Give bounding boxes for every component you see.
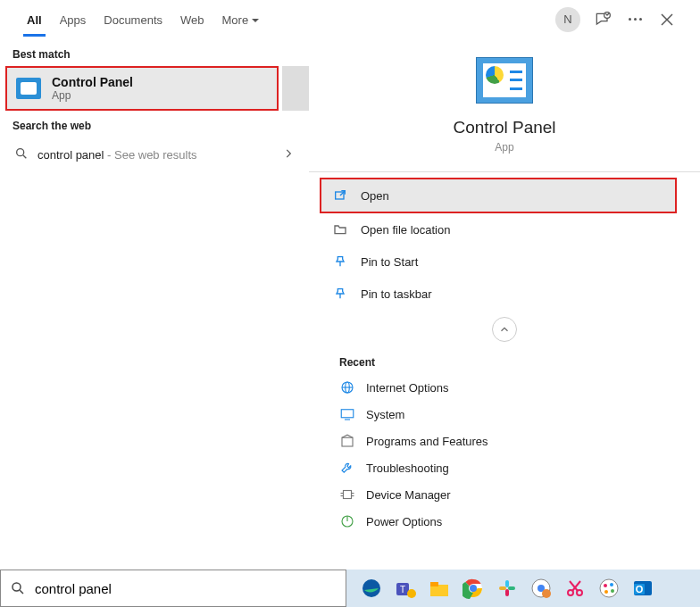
search-web-heading: Search the web [0,111,309,137]
taskbar-slack[interactable] [495,576,520,601]
best-match-result[interactable]: Control Panel App [5,66,279,111]
action-open[interactable]: Open [320,178,677,213]
user-avatar[interactable]: N [555,7,580,32]
web-search-result[interactable]: control panel - See web results [0,137,309,172]
taskbar-outlook[interactable]: O [630,576,655,601]
globe-icon [339,379,355,395]
tab-all[interactable]: All [18,3,51,36]
search-icon [14,146,29,163]
folder-icon [332,221,348,237]
recent-power-options[interactable]: Power Options [321,508,688,535]
svg-point-26 [407,589,416,598]
svg-point-45 [611,589,614,593]
taskbar-file-explorer[interactable] [427,576,452,601]
chevron-down-icon [252,19,259,26]
preview-subtitle: App [321,141,688,154]
power-icon [339,513,355,529]
tab-apps[interactable]: Apps [51,3,96,36]
preview-panel: Control Panel App Open Open file locatio… [309,39,700,570]
svg-rect-14 [344,491,352,499]
svg-rect-32 [499,586,506,590]
feedback-icon[interactable] [593,10,612,29]
results-panel: Best match Control Panel App Search the … [0,39,309,570]
taskbar-edge[interactable] [359,576,384,601]
close-button[interactable] [657,10,677,29]
wrench-icon [339,460,355,476]
recent-item-label: Internet Options [366,381,449,395]
action-open-label: Open [361,189,389,203]
svg-rect-28 [430,582,438,586]
action-open-file-location[interactable]: Open file location [321,213,688,245]
chevron-right-icon [282,147,295,162]
svg-point-42 [600,579,618,597]
best-match-title: Control Panel [52,75,133,89]
best-match-subtitle: App [52,89,133,102]
chip-icon [339,486,355,503]
tab-documents[interactable]: Documents [95,3,171,36]
svg-text:T: T [400,585,405,595]
recent-internet-options[interactable]: Internet Options [321,374,688,401]
search-input[interactable] [35,570,337,606]
box-icon [339,433,355,449]
best-match-heading: Best match [0,39,309,66]
preview-title: Control Panel [321,118,688,137]
search-icon [10,580,26,596]
action-pin-start[interactable]: Pin to Start [321,245,688,278]
svg-rect-31 [505,580,509,587]
taskbar-chrome-profile[interactable] [529,576,554,601]
svg-line-22 [20,590,23,594]
svg-point-43 [604,584,607,587]
search-box[interactable] [0,570,346,607]
bottom-bar: T O [0,570,700,607]
recent-device-manager[interactable]: Device Manager [321,481,688,508]
svg-rect-34 [508,586,515,590]
svg-point-23 [362,579,380,597]
recent-heading: Recent [321,345,688,374]
filter-tabs: All Apps Documents Web More N [0,0,700,39]
recent-programs-features[interactable]: Programs and Features [321,428,688,454]
svg-rect-11 [341,410,354,418]
more-options-icon[interactable] [625,10,645,29]
divider [309,171,700,172]
svg-point-37 [542,589,551,598]
svg-point-44 [610,583,613,586]
svg-rect-13 [342,437,353,446]
action-pin-taskbar-label: Pin to taskbar [361,287,432,301]
recent-troubleshooting[interactable]: Troubleshooting [321,454,688,481]
recent-item-label: Troubleshooting [366,461,449,475]
open-icon [332,187,348,204]
svg-text:O: O [636,584,644,595]
svg-point-30 [470,585,477,592]
recent-item-label: Power Options [366,515,442,528]
svg-point-3 [17,149,24,156]
web-result-query: control panel [38,148,104,162]
taskbar-snip[interactable] [562,576,588,601]
action-open-file-location-label: Open file location [361,223,450,237]
svg-rect-33 [505,589,509,596]
svg-line-4 [23,155,26,158]
monitor-icon [339,406,355,422]
recent-item-label: System [366,408,404,421]
tab-more[interactable]: More [213,3,269,36]
selected-result-indicator [282,66,309,111]
web-result-hint: - See web results [104,148,196,162]
taskbar-paint[interactable] [596,576,621,601]
pin-icon [332,286,348,302]
main-content: Best match Control Panel App Search the … [0,39,700,570]
recent-item-label: Programs and Features [366,435,488,448]
collapse-button[interactable] [492,317,517,342]
taskbar-teams[interactable]: T [393,576,418,601]
recent-item-label: Device Manager [366,488,451,502]
taskbar: T O [346,570,700,607]
svg-point-21 [12,583,21,591]
taskbar-chrome[interactable] [461,576,486,601]
action-pin-start-label: Pin to Start [361,255,418,269]
pin-icon [332,254,348,270]
tab-web[interactable]: Web [171,3,213,36]
control-panel-large-icon [476,57,533,104]
action-pin-taskbar[interactable]: Pin to taskbar [321,278,688,310]
control-panel-icon [16,78,41,99]
svg-point-46 [604,590,608,594]
recent-system[interactable]: System [321,401,688,428]
